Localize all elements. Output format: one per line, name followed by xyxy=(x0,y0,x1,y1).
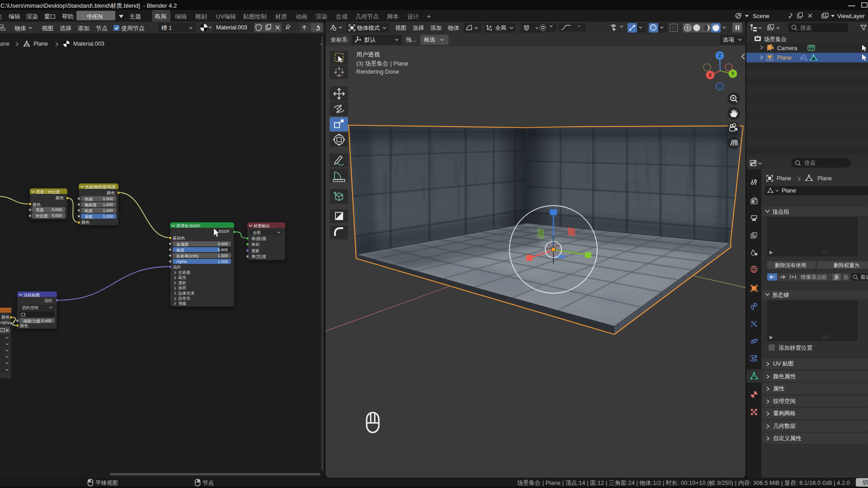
svg-text:Y: Y xyxy=(731,71,735,76)
svg-text:X: X xyxy=(708,72,712,78)
svg-text:Z: Z xyxy=(718,53,722,58)
